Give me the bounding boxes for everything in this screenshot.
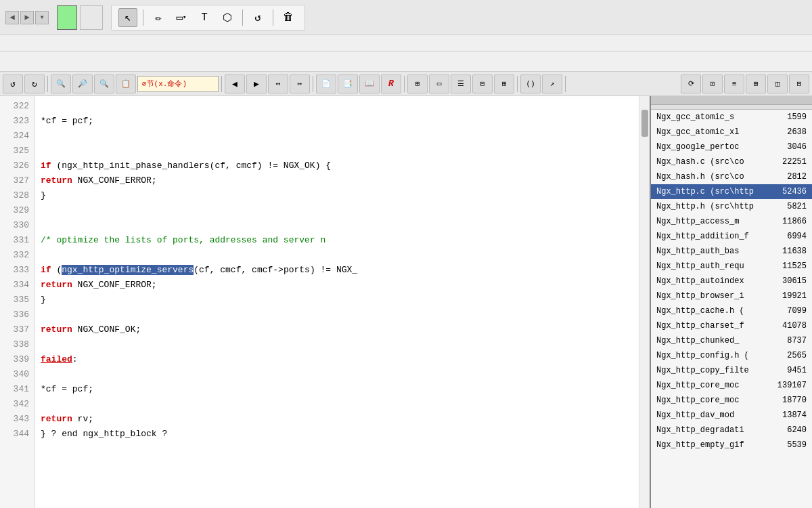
file-size-label: 18770 xyxy=(769,394,807,406)
tb2-undo-button[interactable]: ↺ xyxy=(3,75,23,93)
list-item[interactable]: Ngx_http_charset_f41078 xyxy=(651,318,812,333)
tb2-r1-button[interactable]: ⟳ xyxy=(681,75,701,93)
list-item[interactable]: Ngx_http_access_m11866 xyxy=(651,214,812,229)
file-name-label: Ngx_http_browser_i xyxy=(656,290,769,302)
table-row xyxy=(41,144,633,158)
list-item[interactable]: Ngx_http_config.h (2565 xyxy=(651,348,812,363)
list-item[interactable]: Ngx_gcc_atomic_s1599 xyxy=(651,110,812,125)
rect-tool-button[interactable]: ▭▾ xyxy=(172,8,191,27)
tb2-cursor-button[interactable]: ↗ xyxy=(542,75,562,93)
list-item[interactable]: Ngx_http_empty_gif5539 xyxy=(651,438,812,452)
tb2-r4-button[interactable]: ⊞ xyxy=(746,75,766,93)
pencil-tool-button[interactable]: ✏ xyxy=(149,8,168,27)
tb2-grid1-button[interactable]: ⊞ xyxy=(407,75,428,93)
toolbar-separator-3 xyxy=(273,9,273,26)
select-tool-button[interactable]: ↖ xyxy=(118,8,137,27)
file-size-label: 6994 xyxy=(769,230,807,242)
text-tool-button[interactable]: T xyxy=(195,8,214,27)
list-item[interactable]: Ngx_http_copy_filte9451 xyxy=(651,363,812,378)
back-button[interactable]: ◀ xyxy=(5,11,19,24)
menu-view[interactable] xyxy=(3,59,16,64)
title-bar: ◀ ▶ ▾ ↖ ✏ ▭▾ T ⬡ ↺ 🗑 xyxy=(0,0,812,35)
table-row: if (ngx_http_init_phase_handlers(cf, cmc… xyxy=(41,158,633,173)
tb2-b2-button[interactable]: 📑 xyxy=(338,75,358,93)
file-size-label: 52436 xyxy=(769,186,807,198)
tb2-next-button[interactable]: ▶ xyxy=(246,75,267,93)
scrollbar-area[interactable] xyxy=(639,96,650,508)
list-item[interactable]: Ngx_google_pertoc3046 xyxy=(651,140,812,154)
eraser-tool-button[interactable]: ⬡ xyxy=(218,8,237,27)
tb2-r6-button[interactable]: ⊟ xyxy=(789,75,809,93)
tb2-copy-button[interactable]: 📋 xyxy=(116,75,136,93)
tb2-grid2-button[interactable]: ▭ xyxy=(429,75,449,93)
file-name-label: Ngx_http_charset_f xyxy=(656,320,769,332)
list-item[interactable]: Ngx_http_degradati6240 xyxy=(651,423,812,438)
tb2-a1-button[interactable]: ↤ xyxy=(268,75,288,93)
list-item[interactable]: Ngx_gcc_atomic_xl2638 xyxy=(651,125,812,140)
main-content: 3223233243253263273283293303313323333343… xyxy=(0,96,812,508)
table-row: return NGX_CONF_ERROR; xyxy=(41,278,633,293)
file-size-label: 30615 xyxy=(769,275,807,287)
table-row xyxy=(41,367,633,382)
list-item[interactable]: Ngx_http_dav_mod13874 xyxy=(651,408,812,423)
dropdown-button[interactable]: ▾ xyxy=(35,11,49,24)
file-size-label: 2638 xyxy=(769,126,807,138)
list-item[interactable]: Ngx_http.c (src\http52436 xyxy=(651,184,812,199)
tb2-sep1 xyxy=(47,76,48,92)
file-name-label: Ngx_gcc_atomic_xl xyxy=(656,126,769,138)
tb2-book-button[interactable]: 📖 xyxy=(359,75,380,93)
list-item[interactable]: Ngx_http.h (src\http5821 xyxy=(651,199,812,214)
undo-button[interactable]: ↺ xyxy=(248,8,267,27)
tb2-sep3 xyxy=(313,76,313,92)
table-row: } xyxy=(41,293,633,308)
tab-untitled[interactable] xyxy=(80,5,103,30)
file-size-label: 7099 xyxy=(769,305,807,317)
table-row xyxy=(41,203,633,218)
tb2-find-button[interactable]: 🔍 xyxy=(51,75,71,93)
list-item[interactable]: Ngx_http_auth_bas11638 xyxy=(651,244,812,259)
delete-button[interactable]: 🗑 xyxy=(279,8,298,27)
list-item[interactable]: Ngx_http_core_moc18770 xyxy=(651,393,812,408)
list-item[interactable]: Ngx_hash.c (src\co22251 xyxy=(651,154,812,169)
file-size-label: 2565 xyxy=(769,350,807,362)
file-size-label: 41078 xyxy=(769,320,807,332)
tb2-b1-button[interactable]: 📄 xyxy=(316,75,336,93)
tb2-r5-button[interactable]: ◫ xyxy=(767,75,788,93)
forward-button[interactable]: ▶ xyxy=(20,11,34,24)
tb2-grid5-button[interactable]: ⊞ xyxy=(494,75,514,93)
list-item[interactable]: Ngx_http_cache.h (7099 xyxy=(651,303,812,318)
tb2-r2-button[interactable]: ⊡ xyxy=(702,75,723,93)
file-name-label: Ngx_http_copy_filte xyxy=(656,364,769,377)
list-item[interactable]: Ngx_http_core_moc139107 xyxy=(651,378,812,393)
tb2-grid3-button[interactable]: ☰ xyxy=(451,75,471,93)
tb2-paren-button[interactable]: () xyxy=(520,75,541,93)
tb2-find2-button[interactable]: 🔎 xyxy=(72,75,93,93)
tb2-r3-button[interactable]: ≡ xyxy=(724,75,744,93)
file-size-label: 22251 xyxy=(769,156,807,168)
menu-window[interactable] xyxy=(16,59,30,64)
tb2-r-button[interactable]: R xyxy=(381,75,401,93)
code-editor[interactable]: 3223233243253263273283293303313323333343… xyxy=(0,96,650,508)
list-item[interactable]: Ngx_http_chunked_8737 xyxy=(651,333,812,348)
tb2-find3-button[interactable]: 🔍 xyxy=(94,75,114,93)
list-item[interactable]: Ngx_hash.h (src\co2812 xyxy=(651,169,812,184)
scrollbar-thumb[interactable] xyxy=(641,110,648,137)
tb2-grid4-button[interactable]: ⊟ xyxy=(472,75,493,93)
table-row xyxy=(41,397,633,412)
table-row: if (ngx_http_optimize_servers(cf, cmcf, … xyxy=(41,263,633,278)
search-box[interactable]: ⊘节(x.命令) xyxy=(137,76,219,92)
file-size-label: 19921 xyxy=(769,290,807,302)
menu-help[interactable] xyxy=(30,59,43,64)
file-size-label: 8737 xyxy=(769,335,807,347)
list-item[interactable]: Ngx_http_browser_i19921 xyxy=(651,289,812,303)
tab-text-tools[interactable] xyxy=(57,5,77,30)
list-item[interactable]: Ngx_http_autoindex30615 xyxy=(651,274,812,289)
file-name-label: Ngx_http_access_m xyxy=(656,215,769,228)
tb2-redo-button[interactable]: ↻ xyxy=(24,75,45,93)
toolbar-separator-1 xyxy=(143,9,143,26)
list-item[interactable]: Ngx_http_auth_requ11525 xyxy=(651,259,812,274)
file-size-label: 1599 xyxy=(769,111,807,123)
list-item[interactable]: Ngx_http_addition_f6994 xyxy=(651,229,812,244)
tb2-prev-button[interactable]: ◀ xyxy=(225,75,245,93)
tb2-a2-button[interactable]: ↦ xyxy=(290,75,310,93)
